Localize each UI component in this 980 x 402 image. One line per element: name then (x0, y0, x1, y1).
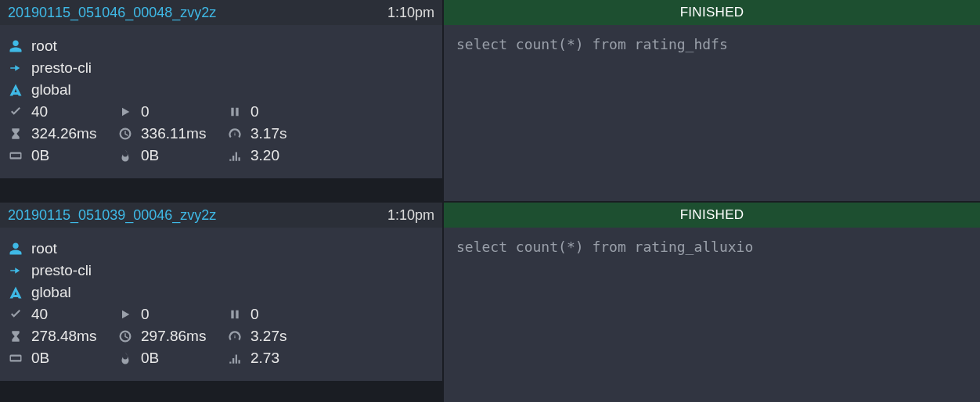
status-bar: FINISHED (444, 0, 980, 25)
fire-icon (117, 148, 133, 163)
query-left-column: 20190115_051039_00046_zvy2z 1:10pm root … (0, 203, 442, 402)
queued-value: 0 (250, 103, 259, 120)
running-value: 0 (141, 306, 150, 323)
user-value: root (31, 240, 57, 257)
bars-icon (227, 148, 243, 163)
status-bar: FINISHED (444, 203, 980, 228)
completed-value: 40 (31, 306, 48, 323)
hourglass-icon (8, 126, 23, 142)
cpu-value: 278.48ms (31, 328, 96, 345)
play-icon (117, 307, 133, 322)
hourglass-icon (8, 328, 23, 344)
user-value: root (31, 38, 57, 55)
pause-icon (227, 104, 243, 120)
completed-value: 40 (31, 103, 48, 120)
user-icon (8, 241, 23, 257)
query-row: 20190115_051046_00048_zvy2z 1:10pm root … (0, 0, 980, 201)
input-value: 0B (31, 147, 49, 164)
query-right-column: FINISHED select count(*) from rating_all… (444, 203, 980, 402)
query-left-column: 20190115_051046_00048_zvy2z 1:10pm root … (0, 0, 442, 201)
source-icon (8, 263, 23, 278)
resource-value: global (31, 81, 71, 99)
parallelism-value: 2.73 (250, 350, 279, 367)
peakmem-value: 0B (141, 350, 159, 367)
sql-pane[interactable]: select count(*) from rating_hdfs (444, 25, 980, 201)
resource-icon (8, 285, 23, 300)
scale-icon (8, 148, 23, 163)
peakmem-value: 0B (141, 147, 159, 164)
resource-icon (8, 82, 23, 98)
query-row: 20190115_051039_00046_zvy2z 1:10pm root … (0, 203, 980, 402)
clock-icon (117, 328, 133, 344)
clock-icon (117, 126, 133, 142)
query-id-link[interactable]: 20190115_051046_00048_zvy2z (8, 5, 216, 21)
query-time: 1:10pm (387, 207, 434, 224)
status-label: FINISHED (680, 207, 744, 223)
source-icon (8, 60, 23, 76)
cpu-value: 324.26ms (31, 125, 96, 142)
check-icon (8, 307, 23, 322)
query-id-link[interactable]: 20190115_051039_00046_zvy2z (8, 207, 216, 224)
query-details: root presto-cli global (0, 25, 442, 178)
resource-value: global (31, 284, 71, 301)
status-label: FINISHED (680, 5, 744, 20)
fire-icon (117, 350, 133, 366)
query-header: 20190115_051039_00046_zvy2z 1:10pm (0, 203, 442, 228)
source-value: presto-cli (31, 59, 92, 77)
wall-value: 336.11ms (141, 125, 206, 142)
input-value: 0B (31, 350, 49, 367)
sql-text: select count(*) from rating_alluxio (456, 239, 967, 255)
query-right-column: FINISHED select count(*) from rating_hdf… (444, 0, 980, 201)
check-icon (8, 104, 23, 120)
gauge-icon (227, 328, 243, 344)
query-list: 20190115_051046_00048_zvy2z 1:10pm root … (0, 0, 980, 402)
query-details: root presto-cli global (0, 228, 442, 381)
elapsed-value: 3.17s (250, 125, 286, 142)
source-value: presto-cli (31, 262, 92, 279)
user-icon (8, 38, 23, 54)
bars-icon (227, 350, 243, 366)
elapsed-value: 3.27s (250, 328, 286, 345)
query-header: 20190115_051046_00048_zvy2z 1:10pm (0, 0, 442, 25)
scale-icon (8, 350, 23, 366)
running-value: 0 (141, 103, 150, 120)
wall-value: 297.86ms (141, 328, 206, 345)
pause-icon (227, 307, 243, 322)
play-icon (117, 104, 133, 120)
sql-text: select count(*) from rating_hdfs (456, 36, 967, 52)
gauge-icon (227, 126, 243, 142)
sql-pane[interactable]: select count(*) from rating_alluxio (444, 228, 980, 402)
parallelism-value: 3.20 (250, 147, 279, 164)
query-time: 1:10pm (387, 5, 434, 21)
queued-value: 0 (250, 306, 259, 323)
